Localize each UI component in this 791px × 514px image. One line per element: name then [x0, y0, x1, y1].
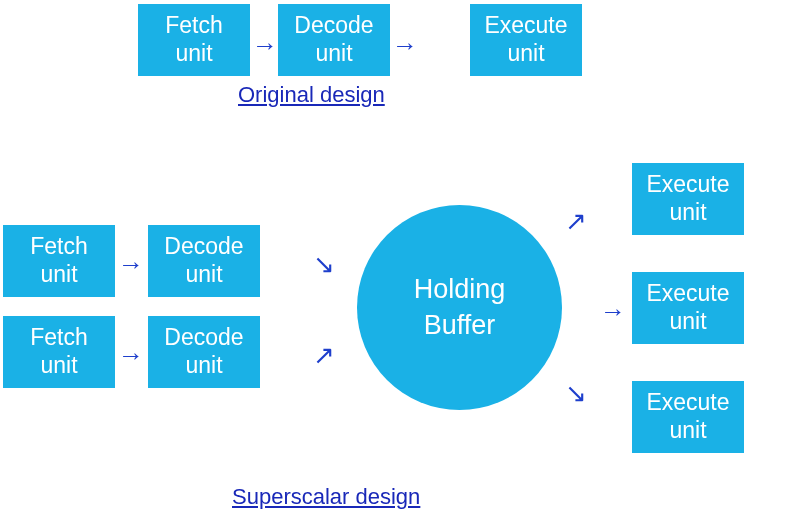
- ss-execute-unit-1: Executeunit: [632, 163, 744, 235]
- ss-fetch1-label: Fetchunit: [30, 233, 88, 288]
- superscalar-design-caption: Superscalar design: [232, 484, 420, 510]
- ss-decode-unit-2: Decodeunit: [148, 316, 260, 388]
- orig-fetch-label: Fetchunit: [165, 12, 223, 67]
- ss-execute-unit-3: Executeunit: [632, 381, 744, 453]
- ss-execute-unit-2: Executeunit: [632, 272, 744, 344]
- orig-execute-unit: Executeunit: [470, 4, 582, 76]
- ss-decode1-label: Decodeunit: [164, 233, 243, 288]
- ss-fetch-unit-2: Fetchunit: [3, 316, 115, 388]
- arrow-downright-icon: ↘: [313, 249, 335, 280]
- arrow-right-icon: →: [392, 30, 418, 61]
- orig-decode-unit: Decodeunit: [278, 4, 390, 76]
- holding-buffer: HoldingBuffer: [357, 205, 562, 410]
- ss-exec3-label: Executeunit: [646, 389, 729, 444]
- orig-fetch-unit: Fetchunit: [138, 4, 250, 76]
- ss-exec2-label: Executeunit: [646, 280, 729, 335]
- ss-decode-unit-1: Decodeunit: [148, 225, 260, 297]
- ss-fetch-unit-1: Fetchunit: [3, 225, 115, 297]
- arrow-upright-icon: ↗: [313, 340, 335, 371]
- arrow-right-icon: →: [118, 249, 144, 280]
- arrow-downright-icon: ↘: [565, 378, 587, 409]
- arrow-right-icon: →: [118, 340, 144, 371]
- ss-exec1-label: Executeunit: [646, 171, 729, 226]
- arrow-right-icon: →: [252, 30, 278, 61]
- ss-decode2-label: Decodeunit: [164, 324, 243, 379]
- arrow-right-icon: →: [600, 296, 626, 327]
- arrow-upright-icon: ↗: [565, 206, 587, 237]
- orig-decode-label: Decodeunit: [294, 12, 373, 67]
- ss-fetch2-label: Fetchunit: [30, 324, 88, 379]
- orig-execute-label: Executeunit: [484, 12, 567, 67]
- original-design-caption: Original design: [238, 82, 385, 108]
- holding-buffer-label: HoldingBuffer: [414, 272, 506, 342]
